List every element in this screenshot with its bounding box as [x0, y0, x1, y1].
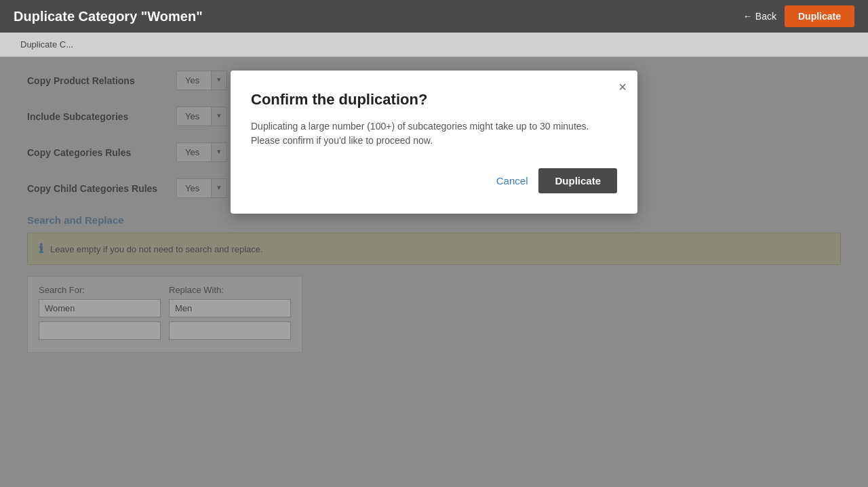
tab-duplicate-category[interactable]: Duplicate C... [14, 39, 80, 50]
header-bar: Duplicate Category "Women" ← Back Duplic… [0, 0, 868, 33]
modal-body-text: Duplicating a large number (100+) of sub… [251, 119, 617, 148]
modal-title: Confirm the duplication? [251, 91, 617, 109]
confirm-duplication-modal: × Confirm the duplication? Duplicating a… [231, 71, 637, 214]
back-arrow-icon: ← [743, 11, 753, 22]
modal-cancel-button[interactable]: Cancel [496, 175, 528, 187]
tab-bar: Duplicate C... [0, 33, 868, 57]
modal-close-button[interactable]: × [618, 80, 627, 94]
modal-overlay: × Confirm the duplication? Duplicating a… [0, 57, 868, 487]
header-actions: ← Back Duplicate [743, 5, 854, 27]
modal-actions: Cancel Duplicate [251, 168, 617, 193]
page-title: Duplicate Category "Women" [14, 9, 203, 24]
back-button[interactable]: ← Back [743, 11, 776, 22]
header-duplicate-button[interactable]: Duplicate [785, 5, 854, 27]
modal-duplicate-button[interactable]: Duplicate [538, 168, 617, 193]
main-content: Copy Product Relations Yes ▾ Include Sub… [0, 57, 868, 487]
